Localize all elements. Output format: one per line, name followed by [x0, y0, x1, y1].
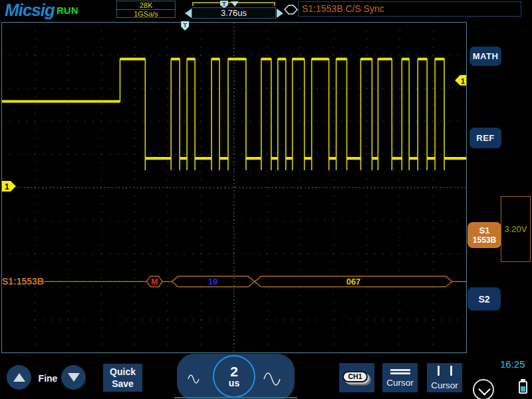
math-button[interactable]: MATH	[469, 47, 501, 66]
run-status: RUN	[57, 5, 78, 16]
horizontal-cursor-button[interactable]: Cursor	[382, 363, 418, 392]
large-sine-icon	[264, 373, 280, 385]
fine-label: Fine	[35, 373, 61, 384]
fine-down-button[interactable]	[61, 365, 86, 390]
small-sine-icon	[188, 375, 199, 383]
sample-rate: 1GSa/s	[117, 10, 175, 18]
trigger-position-marker-label: T	[183, 22, 187, 29]
horizontal-cursor-icon	[390, 368, 410, 376]
quick-save-line1: Quick	[110, 366, 136, 378]
s1-protocol-label: 1553B	[473, 235, 496, 245]
brand-logo: Micsig	[5, 0, 55, 21]
trigger-level-marker-label: 1	[461, 77, 465, 85]
fine-up-button[interactable]	[7, 365, 31, 390]
battery-icon	[519, 379, 527, 396]
s1-label: S1	[479, 225, 490, 235]
decode-field2-value: 067	[346, 277, 361, 287]
decode-frame-icon	[285, 5, 297, 14]
memory-trigger-label: T	[222, 1, 226, 7]
timebase-unit: us	[229, 378, 239, 388]
ch1-tag-icon: CH1	[342, 371, 367, 382]
ch1-waveform-edges	[2, 59, 466, 170]
pan-left-button[interactable]	[185, 9, 192, 18]
up-arrow-icon	[13, 373, 25, 382]
vertical-cursor-icon	[432, 366, 458, 378]
decode-field1-value: 19	[208, 277, 217, 287]
quick-save-line2: Save	[112, 378, 134, 390]
view-center-icon	[231, 1, 239, 7]
pan-right-button[interactable]	[277, 9, 283, 18]
timebase-zoom-out-button[interactable]	[263, 368, 281, 390]
oscilloscope-screen: Micsig RUN 28K 1GSa/s 3.76us T S1:1553B …	[0, 0, 532, 399]
channel-1-marker[interactable]: 1	[2, 181, 16, 192]
memory-window-bar: T	[180, 0, 303, 20]
ref-button[interactable]: REF	[469, 128, 501, 148]
down-arrow-icon	[68, 373, 80, 382]
bus-status-box[interactable]: S1:1553B C/S Sync	[298, 1, 521, 17]
timebase-zoom-in-button[interactable]	[187, 370, 200, 388]
collapse-menu-button[interactable]	[473, 379, 494, 399]
quick-save-button[interactable]: Quick Save	[103, 364, 142, 392]
channel-select-button[interactable]: CH1	[339, 363, 374, 392]
trigger-level-marker[interactable]: 1	[455, 75, 466, 86]
decode-sync-label: M	[151, 277, 158, 287]
trigger-position-marker[interactable]: T	[181, 21, 189, 31]
clock: 16:25	[500, 358, 525, 370]
decode-bus-label: S1:1553B	[2, 276, 44, 287]
s1-threshold-box: 3.20V	[501, 196, 531, 262]
scope-plot: S1:1553B M 19 067 1 1	[2, 23, 466, 352]
chevron-down-icon	[478, 383, 490, 395]
acquisition-info-box: 28K 1GSa/s	[116, 1, 176, 18]
horizontal-cursor-label: Cursor	[386, 378, 414, 388]
timebase-value: 2	[230, 364, 238, 378]
memory-depth: 28K	[117, 1, 175, 10]
vertical-cursor-label: Cursor	[431, 380, 458, 390]
timebase-dial[interactable]: 2 us	[213, 355, 255, 398]
s2-bus-button[interactable]: S2	[467, 287, 501, 311]
waveform-area[interactable]: S1:1553B M 19 067 1 1	[1, 22, 467, 353]
channel-1-marker-label: 1	[5, 182, 9, 192]
vertical-cursor-button[interactable]: Cursor	[427, 363, 462, 392]
s1-bus-button[interactable]: S1 1553B	[467, 222, 501, 248]
pill-bottom-line	[174, 397, 297, 398]
